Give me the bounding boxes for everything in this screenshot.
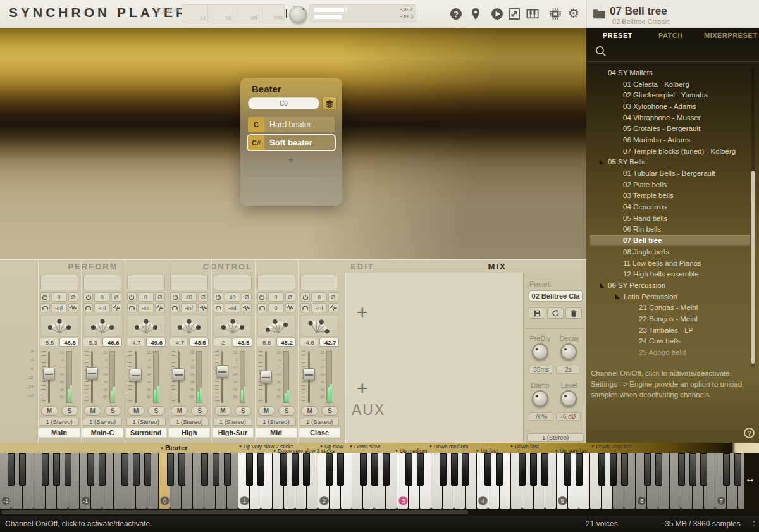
black-key[interactable] <box>644 453 651 486</box>
pan-control[interactable] <box>127 315 165 337</box>
black-key[interactable] <box>326 453 333 486</box>
black-key[interactable] <box>8 453 15 486</box>
articulation-label[interactable]: ▼Down slow <box>349 443 380 450</box>
help-icon[interactable]: ? <box>450 8 462 20</box>
beater-item-soft-selected[interactable]: C# Soft beater <box>247 134 336 151</box>
tab-mix[interactable]: MIX <box>488 262 506 271</box>
delay-value[interactable]: 0 <box>51 292 67 302</box>
reverb-knob-icon[interactable] <box>127 303 137 312</box>
beater-item-hard[interactable]: C Hard beater <box>248 117 335 132</box>
tree-item[interactable]: 01 Celesta - Kolberg <box>590 78 750 90</box>
reverb-knob-icon[interactable] <box>83 303 93 312</box>
tree-item[interactable]: 04 Cencerros <box>590 201 750 213</box>
pan-control[interactable] <box>257 315 295 337</box>
delay-power-icon[interactable] <box>127 292 137 302</box>
resize-grip[interactable] <box>753 525 755 526</box>
solo-button[interactable]: S <box>321 406 338 416</box>
eq-display[interactable] <box>214 275 252 290</box>
channel-name[interactable]: High <box>168 428 210 438</box>
articulation-label[interactable]: ▼Down very slow 2 sticks <box>273 448 335 453</box>
solo-button[interactable]: S <box>148 406 165 416</box>
reverb-value[interactable]: -inf <box>94 303 110 312</box>
velocity-display[interactable]: 245689109 <box>182 4 285 22</box>
predelay-value[interactable]: 35ms <box>529 366 553 374</box>
phase-icon[interactable]: Ø <box>285 292 295 302</box>
add-insert-button[interactable]: + <box>357 302 368 323</box>
delay-power-icon[interactable] <box>257 292 267 302</box>
expand-triangle-icon[interactable] <box>600 283 605 288</box>
black-key[interactable] <box>178 453 185 486</box>
eq-display[interactable] <box>170 275 208 290</box>
tree-item[interactable]: 21 Congas - Meinl <box>590 302 750 313</box>
tree-item[interactable]: 04 Vibraphone - Musser <box>590 112 750 123</box>
eq-display[interactable] <box>40 275 78 290</box>
waveform-icon[interactable] <box>242 303 252 312</box>
black-key[interactable] <box>519 453 526 486</box>
output-select[interactable]: 1 (Stereo) <box>126 418 166 426</box>
reverb-value[interactable]: -inf <box>311 303 327 312</box>
tree-item[interactable]: 08 Jingle bells <box>590 246 750 257</box>
expand-triangle-icon[interactable] <box>600 159 605 164</box>
layers-button[interactable] <box>322 97 337 110</box>
black-key[interactable] <box>53 453 60 486</box>
black-key[interactable] <box>144 453 151 486</box>
articulation-label[interactable]: ▼Down medium <box>429 443 468 450</box>
peak-value[interactable]: -48.2 <box>276 338 296 347</box>
solo-button[interactable]: S <box>235 406 252 416</box>
tree-group[interactable]: 04 SY Mallets <box>590 67 750 78</box>
peak-value[interactable]: -48.5 <box>189 338 209 347</box>
peak-value[interactable]: -46.6 <box>102 338 122 347</box>
articulation-label[interactable]: ▼Down fast <box>510 443 539 450</box>
tree-item[interactable]: 06 Marimba - Adams <box>590 134 750 145</box>
delay-power-icon[interactable] <box>170 292 180 302</box>
delay-value[interactable]: 40 <box>225 292 240 302</box>
tree-item[interactable]: 23 Timbales - LP <box>590 325 750 336</box>
add-aux-button[interactable]: + <box>357 378 368 399</box>
reverb-value[interactable]: 0 <box>268 303 284 312</box>
black-key[interactable] <box>462 453 469 486</box>
tree-item[interactable]: 03 Xylophone - Adams <box>590 101 750 112</box>
black-key[interactable] <box>405 453 412 486</box>
delay-value[interactable]: 40 <box>181 292 197 302</box>
phase-icon[interactable]: Ø <box>68 292 78 302</box>
tree-item[interactable]: 12 High bells ensemble <box>590 268 750 280</box>
tree-group[interactable]: 06 SY Percussion <box>590 280 750 291</box>
reverb-knob-icon[interactable] <box>170 303 180 312</box>
black-key[interactable] <box>530 453 537 486</box>
library-name[interactable]: 07 Bell tree <box>610 5 667 18</box>
phase-icon[interactable]: Ø <box>198 292 208 302</box>
waveform-icon[interactable] <box>155 303 165 312</box>
black-key[interactable] <box>734 453 741 486</box>
keyswitch-select[interactable]: C0 <box>248 97 319 109</box>
black-key[interactable] <box>246 453 253 486</box>
channel-name[interactable]: Main-C <box>82 428 123 438</box>
eq-display[interactable] <box>257 275 295 290</box>
play-icon[interactable] <box>491 8 503 20</box>
black-key[interactable] <box>564 453 571 486</box>
solo-button[interactable]: S <box>278 406 295 416</box>
pan-control[interactable] <box>83 315 121 337</box>
volume-value[interactable]: -4.7 <box>170 338 188 347</box>
black-key[interactable] <box>371 453 378 486</box>
pan-control[interactable] <box>300 315 338 337</box>
black-key[interactable] <box>213 453 219 486</box>
black-key[interactable] <box>678 453 685 486</box>
volume-value[interactable]: -2 <box>213 338 231 347</box>
decay-value[interactable]: 2s <box>556 366 581 374</box>
delete-icon[interactable] <box>565 307 582 319</box>
peak-value[interactable]: -49.6 <box>146 338 166 347</box>
black-key[interactable] <box>280 453 287 486</box>
black-key[interactable] <box>167 453 174 486</box>
output-select[interactable]: 1 (Stereo) <box>40 418 79 426</box>
black-key[interactable] <box>65 453 71 486</box>
black-key[interactable] <box>723 453 730 486</box>
volume-fader[interactable] <box>303 368 315 381</box>
volume-fader[interactable] <box>130 369 142 381</box>
reverb-value[interactable]: -inf <box>181 303 197 312</box>
delay-power-icon[interactable] <box>83 292 93 302</box>
reverb-knob-icon[interactable] <box>214 303 223 312</box>
black-key[interactable] <box>610 453 617 486</box>
volume-value[interactable]: -4.6 <box>300 338 318 347</box>
channel-name[interactable]: Main <box>39 428 80 438</box>
black-key[interactable] <box>496 453 503 486</box>
